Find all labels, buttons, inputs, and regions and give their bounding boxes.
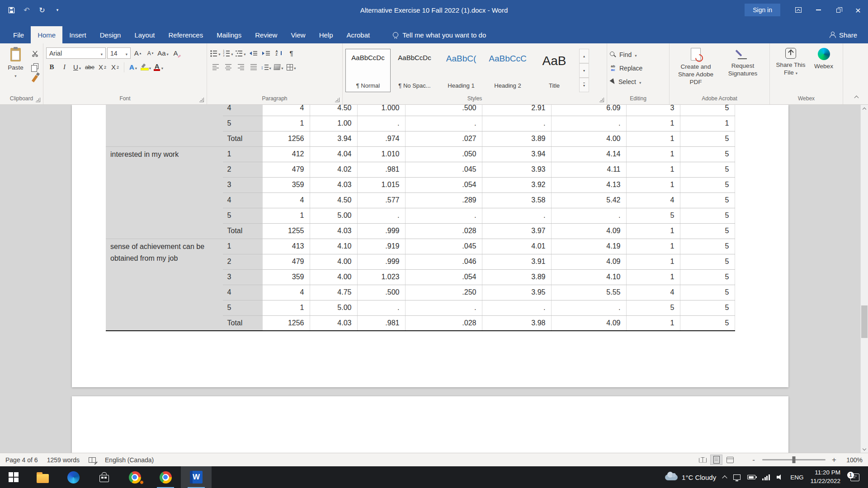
font-dialog-launcher-icon[interactable] bbox=[199, 98, 204, 102]
tab-review[interactable]: Review bbox=[248, 26, 284, 43]
chrome-button[interactable] bbox=[119, 466, 150, 488]
superscript-button[interactable] bbox=[109, 61, 121, 73]
style-card-heading-2[interactable]: AaBbCcCHeading 2 bbox=[485, 49, 530, 92]
start-button[interactable] bbox=[0, 466, 27, 488]
document-page-4[interactable]: 444.501.000.5002.916.0935511.00....11Tot… bbox=[72, 105, 788, 387]
cut-button[interactable] bbox=[29, 48, 40, 58]
scroll-down-icon[interactable] bbox=[861, 445, 868, 453]
align-left-button[interactable] bbox=[210, 61, 221, 73]
tray-expand-icon[interactable] bbox=[722, 475, 727, 480]
word-count[interactable]: 1259 words bbox=[47, 456, 80, 464]
clipboard-dialog-launcher-icon[interactable] bbox=[36, 98, 40, 102]
file-explorer-button[interactable] bbox=[27, 466, 58, 488]
style-card-heading-1[interactable]: AaBbC(Heading 1 bbox=[439, 49, 484, 92]
multilevel-list-button[interactable] bbox=[235, 47, 246, 59]
zoom-in-icon[interactable] bbox=[830, 455, 838, 465]
zoom-slider[interactable] bbox=[762, 459, 826, 460]
zoom-out-icon[interactable] bbox=[750, 455, 758, 465]
borders-button[interactable] bbox=[286, 61, 297, 73]
tab-acrobat[interactable]: Acrobat bbox=[340, 26, 377, 43]
font-size-select[interactable]: 14 bbox=[107, 47, 131, 59]
shading-button[interactable] bbox=[273, 61, 284, 73]
save-icon[interactable] bbox=[5, 3, 18, 17]
collapse-ribbon-button[interactable] bbox=[852, 94, 861, 101]
proofing-icon[interactable] bbox=[89, 457, 96, 463]
input-language-button[interactable]: ENG bbox=[790, 474, 803, 481]
italic-button[interactable] bbox=[59, 61, 70, 73]
numbering-button[interactable] bbox=[222, 47, 234, 59]
tab-home[interactable]: Home bbox=[31, 26, 62, 43]
network-icon[interactable] bbox=[762, 474, 770, 480]
justify-button[interactable] bbox=[248, 61, 259, 73]
share-this-file-button[interactable]: Share This File bbox=[773, 46, 809, 95]
line-spacing-button[interactable] bbox=[260, 61, 272, 73]
minimize-button[interactable] bbox=[808, 0, 828, 20]
subscript-button[interactable] bbox=[97, 61, 108, 73]
show-hide-formatting-button[interactable] bbox=[286, 47, 297, 59]
store-button[interactable] bbox=[89, 466, 119, 488]
format-painter-button[interactable] bbox=[29, 74, 40, 84]
tab-file[interactable]: File bbox=[6, 26, 31, 43]
undo-icon[interactable] bbox=[20, 3, 33, 17]
clear-formatting-button[interactable] bbox=[170, 47, 181, 59]
request-signatures-button[interactable]: Request Signatures bbox=[719, 46, 766, 95]
share-button[interactable]: Share bbox=[818, 26, 868, 43]
tab-layout[interactable]: Layout bbox=[127, 26, 161, 43]
style-card-no-spac[interactable]: AaBbCcDc¶ No Spac... bbox=[392, 49, 437, 92]
tab-view[interactable]: View bbox=[284, 26, 312, 43]
paragraph-dialog-launcher-icon[interactable] bbox=[335, 98, 340, 102]
increase-indent-button[interactable] bbox=[260, 47, 272, 59]
text-effects-button[interactable] bbox=[127, 61, 139, 73]
ribbon-display-options-icon[interactable] bbox=[788, 0, 808, 20]
align-center-button[interactable] bbox=[222, 61, 234, 73]
align-right-button[interactable] bbox=[235, 61, 246, 73]
tell-me-box[interactable]: Tell me what you want to do bbox=[393, 26, 486, 43]
tab-design[interactable]: Design bbox=[93, 26, 128, 43]
tab-references[interactable]: References bbox=[161, 26, 210, 43]
close-button[interactable] bbox=[848, 0, 868, 20]
style-card-title[interactable]: AaBTitle bbox=[532, 49, 577, 92]
grow-font-button[interactable] bbox=[132, 47, 143, 59]
bold-button[interactable] bbox=[46, 61, 57, 73]
clock[interactable]: 11:20 PM 11/22/2022 bbox=[810, 469, 840, 486]
shrink-font-button[interactable] bbox=[145, 47, 156, 59]
paste-button[interactable]: Paste bbox=[3, 46, 28, 95]
edge-button[interactable] bbox=[58, 466, 89, 488]
display-icon[interactable] bbox=[733, 474, 741, 480]
change-case-button[interactable] bbox=[157, 47, 169, 59]
action-center-button[interactable]: 1 bbox=[847, 474, 863, 481]
style-card-normal[interactable]: AaBbCcDc¶ Normal bbox=[345, 49, 391, 92]
select-button[interactable]: Select bbox=[610, 76, 666, 87]
tab-mailings[interactable]: Mailings bbox=[210, 26, 248, 43]
vertical-scrollbar[interactable] bbox=[860, 105, 868, 453]
page-indicator[interactable]: Page 4 of 6 bbox=[5, 456, 38, 464]
scrollbar-track[interactable] bbox=[861, 113, 868, 445]
sort-button[interactable] bbox=[273, 47, 284, 59]
gallery-scroll-down-icon[interactable] bbox=[579, 63, 589, 78]
zoom-slider-thumb[interactable] bbox=[793, 456, 796, 463]
find-button[interactable]: Find bbox=[610, 49, 666, 60]
copy-button[interactable] bbox=[29, 61, 40, 71]
scrollbar-thumb[interactable] bbox=[861, 305, 868, 338]
chrome-button-2[interactable] bbox=[150, 466, 181, 488]
web-layout-icon[interactable] bbox=[724, 455, 736, 465]
underline-button[interactable] bbox=[71, 61, 83, 73]
create-share-adobe-pdf-button[interactable]: Create and Share Adobe PDF bbox=[672, 46, 719, 95]
tab-help[interactable]: Help bbox=[312, 26, 340, 43]
read-mode-icon[interactable] bbox=[697, 455, 709, 465]
gallery-scroll-up-icon[interactable] bbox=[579, 49, 589, 63]
weather-widget[interactable]: 1°C Cloudy bbox=[665, 474, 716, 481]
word-taskbar-button[interactable]: W bbox=[181, 466, 212, 488]
document-page-5[interactable] bbox=[72, 396, 788, 453]
highlight-color-button[interactable] bbox=[140, 61, 151, 73]
language-indicator[interactable]: English (Canada) bbox=[105, 456, 154, 464]
strikethrough-button[interactable] bbox=[84, 61, 95, 73]
scroll-up-icon[interactable] bbox=[861, 105, 868, 113]
font-color-button[interactable] bbox=[153, 61, 164, 73]
replace-button[interactable]: Replace bbox=[610, 63, 666, 74]
bullets-button[interactable] bbox=[210, 47, 221, 59]
styles-dialog-launcher-icon[interactable] bbox=[599, 98, 604, 102]
webex-button[interactable]: Webex bbox=[809, 46, 839, 95]
font-name-select[interactable]: Arial bbox=[46, 47, 106, 59]
print-layout-icon[interactable] bbox=[710, 455, 722, 465]
